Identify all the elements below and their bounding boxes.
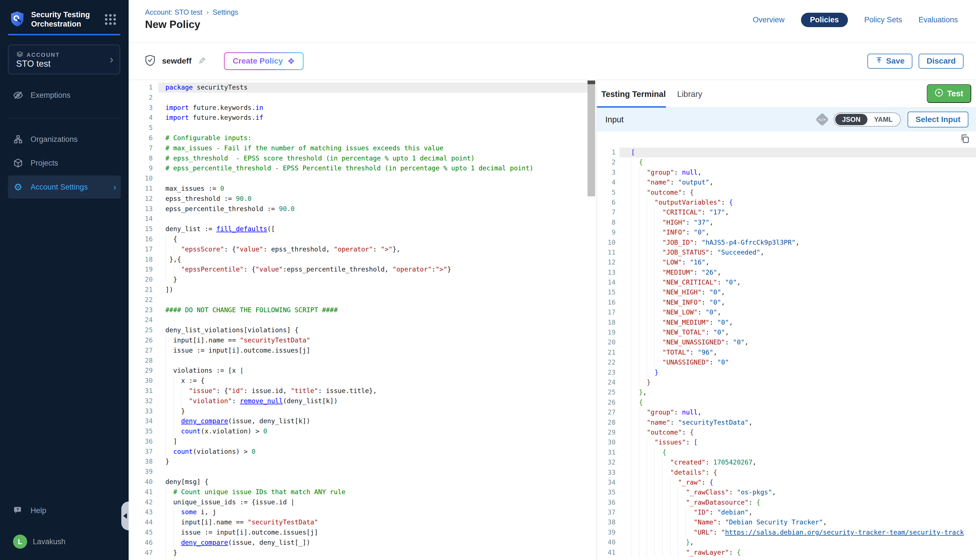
code-line[interactable]: 16{ xyxy=(129,234,595,244)
code-line[interactable]: 26input[i].name == "securityTestData" xyxy=(129,335,595,345)
account-scope-card[interactable]: ACCOUNT STO test › xyxy=(8,45,120,74)
code-line[interactable]: 36"_rawDatasource": { xyxy=(597,498,976,507)
code-line[interactable]: 37count(violations) > 0 xyxy=(129,447,595,457)
code-line[interactable]: 28"name": "securityTestData", xyxy=(597,418,976,427)
code-line[interactable]: 27"group": null, xyxy=(597,407,976,417)
code-line[interactable]: 5"outcome": { xyxy=(597,188,976,197)
code-line[interactable]: 25}, xyxy=(597,387,976,397)
code-line[interactable]: 28 xyxy=(129,356,595,366)
code-line[interactable]: 18"NEW_MEDIUM": "0", xyxy=(597,318,976,327)
code-line[interactable]: 31{ xyxy=(597,448,976,457)
code-line[interactable]: 14"NEW_CRITICAL": "0", xyxy=(597,277,976,287)
discard-button[interactable]: Discard xyxy=(919,54,964,69)
code-view-icon[interactable]: </> xyxy=(816,113,829,126)
policy-code-editor[interactable]: 1package securityTests23import future.ke… xyxy=(129,80,595,560)
format-toggle[interactable]: JSON YAML xyxy=(834,112,901,127)
code-line[interactable]: 13"MEDIUM": "26", xyxy=(597,268,976,277)
code-line[interactable]: 4import future.keywords.if xyxy=(129,113,595,123)
code-line[interactable]: 35count(x.violation) > 0 xyxy=(129,427,595,437)
code-line[interactable]: 22 xyxy=(129,295,595,305)
code-line[interactable]: 19"epssPercentile": {"value":epss_percen… xyxy=(129,265,595,275)
test-button[interactable]: Test xyxy=(927,84,971,103)
code-line[interactable]: 29"outcome": { xyxy=(597,427,976,437)
code-line[interactable]: 7"CRITICAL": "17", xyxy=(597,207,976,217)
code-line[interactable]: 12"LOW": "16", xyxy=(597,257,976,267)
code-line[interactable]: 34"_raw": { xyxy=(597,477,976,487)
format-yaml-option[interactable]: YAML xyxy=(867,114,900,125)
code-line[interactable]: 3"group": null, xyxy=(597,168,976,177)
code-line[interactable]: 15"NEW_HIGH": "0", xyxy=(597,287,976,297)
tab-policy-sets[interactable]: Policy Sets xyxy=(864,15,902,24)
code-line[interactable]: 39"URL": "https://salsa.debian.org/secur… xyxy=(597,528,976,537)
code-line[interactable]: 38"Name": "Debian Security Tracker", xyxy=(597,517,976,527)
code-line[interactable]: 17"NEW_LOW": "0", xyxy=(597,307,976,317)
code-line[interactable]: 43some i, j xyxy=(129,507,595,517)
code-line[interactable]: 27issue := input[i].outcome.issues[j] xyxy=(129,345,595,356)
code-line[interactable]: 36] xyxy=(129,437,595,447)
code-line[interactable]: 15deny_list := fill_defaults([ xyxy=(129,224,595,234)
sidebar-user[interactable]: L Lavakush xyxy=(8,532,121,551)
code-line[interactable]: 8# epss_threshold - EPSS score threshold… xyxy=(129,153,595,163)
code-line[interactable]: 14 xyxy=(129,214,595,224)
code-line[interactable]: 6# Configurable inputs: xyxy=(129,133,595,143)
code-line[interactable]: 23#### DO NOT CHANGE THE FOLLOWING SCRIP… xyxy=(129,305,595,315)
code-line[interactable]: 8"HIGH": "37", xyxy=(597,218,976,227)
code-line[interactable]: 45issue := input[i].outcome.issues[j] xyxy=(129,528,595,538)
code-line[interactable]: 18},{ xyxy=(129,255,595,265)
code-line[interactable]: 13epss_percentile_threshold := 90.0 xyxy=(129,204,595,214)
app-switcher-grid-icon[interactable] xyxy=(105,14,116,25)
breadcrumb-settings-link[interactable]: Settings xyxy=(212,8,238,17)
code-line[interactable]: 10 xyxy=(129,173,595,183)
code-line[interactable]: 41"_rawLayer": { xyxy=(597,548,976,557)
code-line[interactable]: 20"NEW_UNASSIGNED": "0", xyxy=(597,337,976,347)
code-line[interactable]: 37"ID": "debian", xyxy=(597,507,976,517)
create-policy-button[interactable]: Create Policy ❖ xyxy=(224,52,304,70)
code-line[interactable]: 4"name": "output", xyxy=(597,177,976,187)
code-line[interactable]: 16"NEW_INFO": "0", xyxy=(597,298,976,307)
code-line[interactable]: 9"INFO": "0", xyxy=(597,227,976,237)
code-line[interactable]: 40}, xyxy=(597,537,976,547)
format-json-option[interactable]: JSON xyxy=(835,114,867,125)
code-line[interactable]: 10"JOB_ID": "hAJS5-p4-GfrcCk9p3l3PR", xyxy=(597,238,976,248)
code-line[interactable]: 22"UNASSIGNED": "0" xyxy=(597,357,976,367)
code-line[interactable]: 44input[i].name == "securityTestData" xyxy=(129,517,595,528)
terminal-input-editor[interactable]: 1[2{3"group": null,4"name": "output",5"o… xyxy=(597,147,976,560)
tab-policies[interactable]: Policies xyxy=(801,13,848,27)
code-line[interactable]: 17"epssScore": {"value": epss_threshold,… xyxy=(129,244,595,255)
code-line[interactable]: 34deny_compare(issue, deny_list[k]) xyxy=(129,416,595,427)
code-line[interactable]: 1package securityTests xyxy=(129,83,595,93)
code-line[interactable]: 1[ xyxy=(597,147,976,157)
select-input-button[interactable]: Select Input xyxy=(907,112,968,127)
code-line[interactable]: 2 xyxy=(129,93,595,103)
code-line[interactable]: 6"outputVariables": { xyxy=(597,197,976,207)
code-line[interactable]: 26{ xyxy=(597,398,976,407)
code-line[interactable]: 29violations := [x | xyxy=(129,366,595,376)
code-line[interactable]: 46deny_compare(issue, deny_list[_]) xyxy=(129,538,595,548)
code-line[interactable]: 33} xyxy=(129,406,595,417)
code-line[interactable]: 47} xyxy=(129,548,595,558)
code-line[interactable]: 19"NEW_TOTAL": "0", xyxy=(597,327,976,337)
code-line[interactable]: 35"_rawClass": "os-pkgs", xyxy=(597,487,976,497)
code-line[interactable]: 11"JOB_STATUS": "Succeeded", xyxy=(597,248,976,257)
breadcrumb-account-link[interactable]: Account: STO test xyxy=(145,8,202,17)
tab-overview[interactable]: Overview xyxy=(753,15,785,24)
code-line[interactable]: 31"issue": {"id": issue.id, "title": iss… xyxy=(129,386,595,396)
code-line[interactable]: 7# max_issues - Fail if the number of ma… xyxy=(129,143,595,153)
sidebar-item-organizations[interactable]: Organizations xyxy=(8,130,121,148)
tab-testing-terminal[interactable]: Testing Terminal xyxy=(602,90,666,99)
save-button[interactable]: Save xyxy=(867,54,912,69)
tab-evaluations[interactable]: Evaluations xyxy=(918,15,958,24)
code-line[interactable]: 41# Count unique issue IDs that match AN… xyxy=(129,487,595,497)
code-line[interactable]: 42unique_issue_ids := {issue.id | xyxy=(129,497,595,507)
sidebar-item-exemptions[interactable]: Exemptions xyxy=(8,86,121,105)
code-line[interactable]: 2{ xyxy=(597,157,976,167)
sidebar-item-account-settings[interactable]: ⚙ Account Settings › xyxy=(8,175,121,198)
code-line[interactable]: 23} xyxy=(597,368,976,377)
code-line[interactable]: 24} xyxy=(597,377,976,387)
scrollbar-thumb[interactable] xyxy=(588,84,595,197)
code-line[interactable]: 11max_issues := 0 xyxy=(129,183,595,194)
edit-name-pencil-icon[interactable]: ✎ xyxy=(198,56,206,67)
code-line[interactable]: 5 xyxy=(129,123,595,133)
code-line[interactable]: 25deny_list_violations[violations] { xyxy=(129,325,595,335)
code-line[interactable]: 30x := { xyxy=(129,376,595,386)
